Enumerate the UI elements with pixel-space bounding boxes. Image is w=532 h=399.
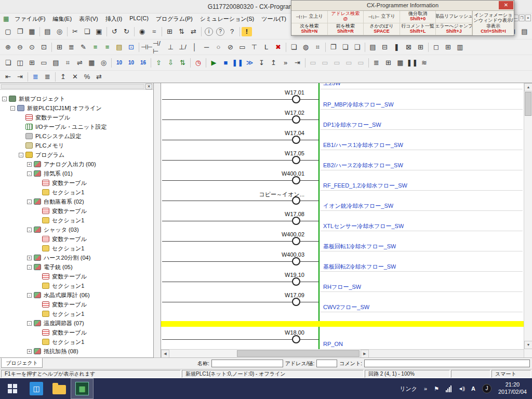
watch-sheet-icon[interactable]: ▤ — [50, 57, 62, 68]
zoom-out-icon[interactable]: ⊖ — [14, 42, 26, 52]
falling-edge-hint[interactable]: ⊣↓⊢立下り — [364, 11, 400, 23]
undo-icon[interactable]: ↺ — [109, 26, 121, 37]
sim-scan-run-icon[interactable]: ≫ — [244, 57, 256, 68]
indent-icon[interactable]: ⇥ — [14, 71, 26, 82]
or-contact-icon[interactable]: ⊥ — [165, 42, 177, 52]
output-coil[interactable] — [292, 277, 300, 286]
edit-comment-icon[interactable]: ✎ — [77, 42, 89, 52]
monitor-grid-icon[interactable]: ⊞ — [415, 42, 427, 52]
io-table-window-icon[interactable]: ⌗ — [62, 57, 74, 68]
address-search-hint[interactable]: アドレス検索@ — [328, 11, 364, 23]
tree-item[interactable]: 変数テーブル — [35, 178, 87, 188]
tree-item[interactable]: セクション1 — [35, 244, 84, 253]
grid-toggle-icon[interactable]: ⊞ — [54, 42, 65, 52]
network-signal-icon[interactable] — [446, 385, 451, 392]
interlock-icon[interactable]: L — [260, 42, 272, 52]
start-button[interactable] — [0, 378, 25, 399]
coil-icon[interactable]: ○ — [212, 42, 224, 52]
tree-item[interactable]: +ハース20分割 (04) — [27, 253, 90, 262]
menu-item-6[interactable]: シミュレーション(S) — [196, 14, 258, 24]
tree-item[interactable]: 変数テーブル — [35, 328, 87, 337]
ladder-horizontal-scrollbar[interactable]: ◀ ▶ — [161, 349, 369, 357]
column-bars-icon[interactable]: ❚❚ — [406, 57, 418, 68]
ime-mode-icon[interactable]: A — [471, 385, 475, 392]
tree-expand-toggle[interactable]: - — [10, 106, 15, 111]
scroll-up-button[interactable]: ▲ — [524, 83, 532, 91]
address-value-input[interactable] — [316, 360, 337, 367]
output-coil[interactable] — [292, 156, 300, 164]
tree-item[interactable]: I/Oテーブル・ユニット設定 — [19, 122, 107, 131]
menu-item-5[interactable]: プログラム(P) — [152, 14, 196, 24]
signed-decimal-button[interactable]: 10 — [125, 57, 137, 68]
address-grid-icon[interactable]: ⌗ — [312, 42, 324, 52]
output-window-icon[interactable]: ▭ — [38, 57, 50, 68]
io-comment[interactable]: CWV2フロー_SW — [323, 303, 369, 311]
io-comment[interactable]: RP_ON — [323, 341, 343, 347]
tree-item[interactable]: セクション1 — [35, 309, 84, 318]
breakpoint2-icon[interactable]: ▭ — [319, 57, 331, 68]
continuous-step-icon[interactable]: » — [280, 57, 291, 68]
tree-item[interactable]: PLCメモリ — [19, 141, 64, 150]
tree-item[interactable]: セクション1 — [35, 216, 84, 225]
menu-item-1[interactable]: 編集(E) — [49, 14, 75, 24]
step-down-icon[interactable]: ↧ — [256, 57, 268, 68]
tree-expand-toggle[interactable]: - — [2, 97, 7, 101]
replace-icon[interactable]: ≈ — [148, 26, 160, 37]
pv-list-icon[interactable]: ≣ — [370, 57, 382, 68]
closed-contact-icon[interactable]: ⊣/⊢ — [153, 42, 165, 52]
tray-link-label[interactable]: リンク — [400, 385, 417, 393]
breakpoint5-icon[interactable]: ▭ — [355, 57, 367, 68]
redo-icon[interactable]: ↻ — [121, 26, 132, 37]
output-coil[interactable] — [292, 335, 300, 343]
help-icon[interactable]: ? — [216, 28, 224, 36]
tree-expand-toggle[interactable]: - — [27, 265, 32, 270]
force-cancel-icon[interactable]: ✕ — [69, 71, 81, 82]
breakpoint-icon[interactable]: ▭ — [307, 57, 319, 68]
tree-item[interactable]: -自動蒸着系 (02) — [27, 197, 84, 206]
io-comment[interactable]: EB1/ハース1冷却水フロー_SW — [323, 141, 403, 149]
transfer-icon[interactable]: ⇅ — [176, 26, 188, 37]
monitor-mode-icon[interactable]: ▦ — [86, 57, 98, 68]
address-bar-icon[interactable]: ❚ — [391, 42, 403, 52]
tree-expand-toggle[interactable]: - — [27, 293, 32, 298]
clock-sync-icon[interactable]: ◷ — [192, 57, 204, 68]
delete-icon[interactable]: ✖ — [272, 42, 284, 52]
sim-stop-icon[interactable]: ■ — [220, 57, 232, 68]
output-coil[interactable] — [292, 257, 300, 265]
scroll-right-button[interactable]: ▶ — [361, 350, 369, 358]
cascade-windows-icon[interactable]: ❏ — [2, 57, 14, 68]
symbol-comment-toggle-icon[interactable]: ≡ — [89, 42, 101, 52]
output-coil[interactable] — [292, 136, 300, 144]
scroll-left-button[interactable]: ◀ — [161, 350, 169, 358]
closed-or-contact-icon[interactable]: ⊥/ — [177, 42, 189, 52]
verify-icon[interactable]: ⇅ — [177, 57, 189, 68]
cut-icon[interactable]: ✂ — [69, 26, 81, 37]
menu-item-3[interactable]: 挿入(I) — [102, 14, 126, 24]
output-coil[interactable] — [292, 115, 300, 124]
print-preview-icon[interactable]: ◎ — [54, 26, 65, 37]
tree-item[interactable]: -新規プロジェクト — [2, 94, 65, 103]
tree-expand-toggle[interactable]: - — [27, 200, 32, 204]
copy-icon[interactable]: ❏ — [81, 26, 93, 37]
retrace-icon[interactable]: ⊠ — [403, 42, 415, 52]
tree-item[interactable]: セクション1 — [35, 281, 84, 290]
print-icon[interactable]: ▤ — [42, 26, 54, 37]
tree-item[interactable]: -水晶式膜厚計 (06) — [27, 290, 90, 300]
help-info-icon[interactable]: i — [205, 28, 213, 36]
menu-item-4[interactable]: PLC(C) — [126, 14, 152, 24]
menu-item-7[interactable]: ツール(T) — [258, 14, 290, 24]
tree-expand-toggle[interactable]: - — [19, 153, 23, 157]
tree-expand-toggle[interactable]: - — [27, 228, 32, 232]
online-toggle-icon[interactable]: ⇌ — [74, 57, 86, 68]
tree-item[interactable]: 変数テーブル — [35, 272, 87, 281]
taskbar-clock[interactable]: 21:20 2017/02/04 — [498, 381, 527, 396]
paste-icon[interactable]: ▣ — [93, 26, 105, 37]
differential-monitor-icon[interactable]: ⇄ — [93, 71, 105, 82]
tree-item[interactable]: PLCシステム設定 — [19, 131, 81, 141]
tree-expand-toggle[interactable]: + — [27, 349, 32, 354]
tree-item[interactable]: -新規PLC1[CJ1M] オフライン — [10, 103, 102, 113]
section-list-icon[interactable]: ≣ — [42, 71, 54, 82]
insert-rung-icon[interactable]: ❏ — [339, 42, 351, 52]
horizontal-scroll-thumb[interactable] — [237, 350, 360, 357]
step-up-icon[interactable]: ↥ — [268, 57, 280, 68]
